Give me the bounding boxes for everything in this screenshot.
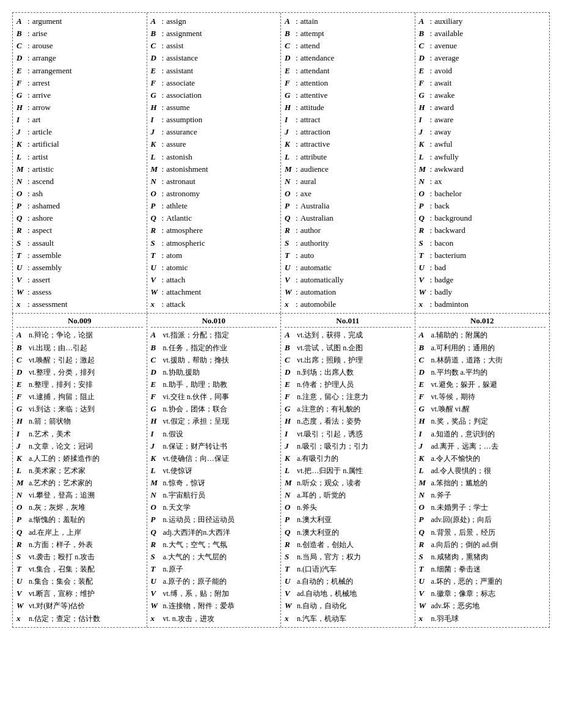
cn-entry-letter: D: [151, 366, 162, 378]
cn-entry-letter: P: [151, 513, 162, 526]
entry-colon: :: [296, 151, 298, 163]
entry-word: aural: [301, 175, 316, 188]
entry-colon: :: [162, 126, 164, 138]
entry-word: assign: [166, 15, 186, 28]
cn-word-entry: Q n.背景，后景，经历: [419, 526, 546, 539]
cn-entry-text: vt.等候，期待: [431, 391, 546, 403]
entry-word: assignment: [166, 28, 202, 40]
cn-entry-letter: H: [419, 415, 430, 427]
entry-letter: L: [151, 151, 162, 163]
entry-letter: I: [151, 114, 162, 126]
entry-letter: E: [151, 65, 162, 77]
entry-colon: :: [162, 262, 164, 274]
cn-entry-letter: Q: [16, 526, 27, 539]
cn-entry-letter: V: [419, 587, 430, 600]
entry-colon: :: [162, 188, 164, 200]
word-entry: E:arrangement: [16, 65, 143, 77]
cn-entry-letter: W: [151, 600, 162, 612]
cn-entry-text: n.运动员；田径运动员: [163, 514, 277, 526]
entry-letter: I: [16, 114, 27, 126]
entry-letter: F: [285, 77, 296, 89]
cn-entry-text: a.笨拙的；尴尬的: [431, 477, 546, 489]
cn-entry-letter: R: [419, 539, 430, 551]
entry-colon: :: [430, 15, 432, 28]
entry-letter: G: [285, 89, 296, 101]
word-entry: A:assign: [151, 15, 277, 28]
entry-colon: :: [162, 237, 164, 249]
word-entry: M:awkward: [419, 163, 546, 175]
cn-entry-text: n.文章，论文；冠词: [29, 441, 143, 452]
word-entry: D:average: [419, 52, 546, 64]
entry-colon: :: [162, 77, 164, 89]
word-entry: E:assistant: [151, 65, 277, 77]
entry-word: assault: [32, 237, 54, 249]
entry-word: awfully: [434, 151, 459, 163]
entry-word: assume: [166, 101, 189, 114]
entry-letter: V: [285, 274, 296, 286]
cn-word-entry: W n.自动，自动化: [285, 600, 411, 612]
entry-word: ashamed: [32, 200, 60, 212]
entry-word: attach: [166, 274, 185, 286]
entry-letter: V: [16, 274, 27, 286]
entry-colon: :: [430, 77, 432, 89]
cn-entry-text: a.人工的；娇揉造作的: [29, 453, 143, 465]
cn-word-entry: U n.集合；集会；装配: [16, 575, 143, 587]
entry-word: ashore: [32, 212, 53, 224]
entry-letter: M: [285, 163, 296, 175]
cn-word-entry: L ad.令人畏惧的；很: [419, 465, 546, 477]
cn-entry-text: vi.到达；来临；达到: [29, 403, 143, 415]
cn-entry-text: n.侍者；护理人员: [297, 379, 411, 391]
cn-entry-letter: x: [16, 612, 27, 625]
entry-word: assess: [32, 286, 52, 298]
word-entry: N:astronaut: [151, 175, 277, 188]
word-entry: I:assumption: [151, 114, 277, 126]
entry-colon: :: [162, 200, 164, 212]
entry-colon: :: [162, 15, 164, 28]
cn-entry-letter: V: [151, 587, 162, 600]
entry-colon: :: [27, 138, 30, 150]
cn-word-entry: I n.假设: [151, 428, 277, 440]
entry-word: artistic: [32, 163, 54, 175]
entry-colon: :: [162, 114, 164, 126]
cn-entry-text: vt.对(财产等)估价: [29, 600, 143, 612]
bottom-meaning-grid: No.009A n.辩论；争论，论据B vi.出现；由…引起C vt.唤醒；引起…: [12, 314, 550, 627]
entry-letter: D: [16, 52, 27, 64]
cn-entry-letter: G: [419, 403, 430, 415]
entry-colon: :: [430, 52, 432, 64]
entry-letter: J: [285, 126, 296, 138]
entry-letter: N: [16, 175, 27, 188]
cn-entry-text: a.大气的；大气层的: [163, 551, 277, 563]
cn-entry-letter: A: [419, 329, 430, 341]
entry-word: atmospheric: [166, 237, 205, 249]
entry-word: bad: [434, 262, 446, 274]
cn-entry-text: vi.交往 n.伙伴，同事: [163, 391, 277, 403]
cn-word-entry: L vt.把…归因于 n.属性: [285, 465, 411, 477]
cn-entry-text: vt.整理，分类，排列: [29, 367, 143, 378]
entry-word: authority: [301, 237, 329, 249]
entry-word: attract: [301, 114, 320, 126]
entry-colon: :: [296, 274, 298, 286]
cn-word-entry: C vt.援助，帮助；搀扶: [151, 354, 277, 366]
cn-entry-letter: T: [419, 563, 430, 575]
entry-colon: :: [430, 212, 432, 224]
entry-word: bacon: [434, 237, 453, 249]
word-entry: S:assault: [16, 237, 143, 249]
entry-word: automation: [301, 286, 337, 298]
entry-word: attack: [166, 298, 185, 311]
cn-word-entry: R n.大气；空气；气氛: [151, 539, 277, 551]
cn-entry-text: n.创造者，创始人: [297, 539, 411, 551]
entry-word: art: [32, 114, 41, 126]
cn-entry-letter: C: [285, 354, 296, 366]
entry-colon: :: [27, 40, 30, 52]
section-header: No.012: [419, 316, 546, 328]
entry-colon: :: [430, 65, 432, 77]
cn-entry-text: a.辅助的；附属的: [431, 329, 546, 341]
entry-colon: :: [430, 286, 432, 298]
word-entry: T:bacterium: [419, 249, 546, 262]
cn-entry-text: n.平均数 a.平均的: [431, 367, 546, 378]
cn-entry-letter: K: [151, 452, 162, 465]
cn-entry-text: n.细菌；拳击迷: [431, 564, 546, 575]
entry-letter: Q: [16, 212, 27, 224]
entry-colon: :: [27, 151, 30, 163]
entry-letter: U: [419, 262, 430, 274]
